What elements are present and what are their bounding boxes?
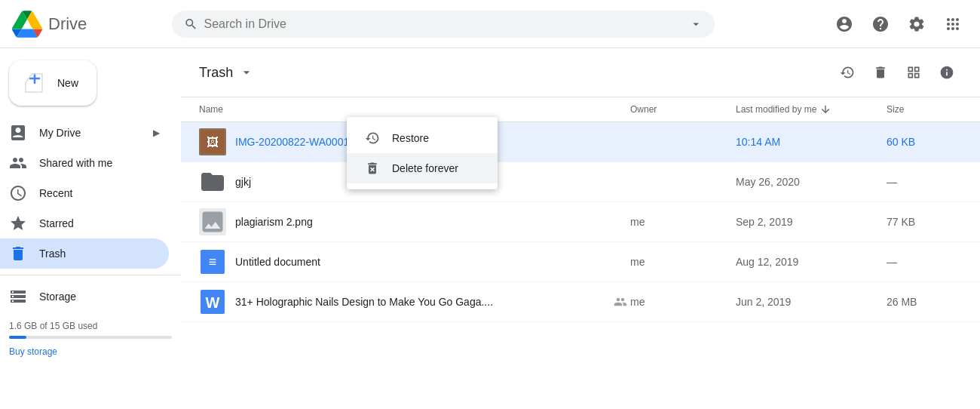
settings-icon: [908, 15, 926, 33]
new-button[interactable]: New: [9, 60, 96, 106]
restore-from-trash-button[interactable]: [832, 57, 862, 88]
sidebar-item-recent-label: Recent: [39, 187, 72, 199]
storage-bar-fill: [9, 336, 26, 339]
search-dropdown-icon[interactable]: [689, 17, 703, 32]
file-size: —: [887, 176, 962, 188]
sidebar-item-my-drive[interactable]: My Drive ▶: [0, 118, 169, 148]
file-size: 77 KB: [887, 216, 962, 228]
table-row[interactable]: W 31+ Holographic Nails Design to Make Y…: [181, 282, 980, 322]
table-row[interactable]: ≡ Untitled document me Aug 12, 2019 —: [181, 242, 980, 282]
sort-icon: [819, 103, 831, 115]
file-modified: Jun 2, 2019: [736, 296, 887, 308]
file-name: Untitled document: [235, 256, 630, 268]
search-input[interactable]: [204, 17, 682, 31]
sidebar-item-shared-label: Shared with me: [39, 157, 112, 169]
sidebar-item-starred[interactable]: Starred: [0, 208, 169, 238]
svg-text:🖼: 🖼: [207, 136, 219, 149]
new-button-icon: [21, 69, 48, 97]
restore-label: Restore: [392, 132, 429, 144]
file-modified: Aug 12, 2019: [736, 256, 887, 268]
drive-logo-icon: [12, 9, 42, 39]
file-icon-doc: ≡: [199, 248, 226, 275]
new-button-label: New: [57, 77, 78, 89]
sidebar: New My Drive ▶ Shared with me: [0, 48, 181, 409]
delete-icon: [873, 65, 888, 80]
sidebar-item-trash[interactable]: Trash: [0, 238, 169, 269]
sidebar-storage: Storage: [0, 281, 181, 312]
main-layout: New My Drive ▶ Shared with me: [0, 48, 980, 409]
table-row[interactable]: 🖼 IMG-20200822-WA0001.jp 10:14 AM 60 KB: [181, 122, 980, 162]
restore-icon: [840, 65, 855, 80]
header-actions: [829, 9, 968, 39]
search-icon: [184, 17, 198, 32]
sidebar-storage-label: Storage: [39, 291, 76, 303]
info-button[interactable]: [932, 57, 962, 88]
file-modified: 10:14 AM: [736, 136, 887, 148]
empty-trash-button[interactable]: [865, 57, 896, 88]
file-modified: May 26, 2020: [736, 176, 887, 188]
grid-view-button[interactable]: [899, 57, 929, 88]
storage-icon: [9, 288, 27, 306]
context-menu-delete-forever[interactable]: Delete forever: [347, 153, 498, 183]
content-header-actions: [832, 57, 962, 88]
content-area: Trash: [181, 48, 980, 409]
shared-with-me-icon: [9, 154, 27, 172]
svg-text:W: W: [206, 294, 220, 311]
table-row[interactable]: gjkj May 26, 2020 —: [181, 162, 980, 202]
context-menu-restore[interactable]: Restore: [347, 123, 498, 153]
column-owner: Owner: [630, 104, 736, 115]
search-bar[interactable]: [172, 11, 715, 38]
delete-forever-icon: [365, 161, 380, 176]
column-size: Size: [887, 104, 962, 115]
file-owner: me: [630, 216, 736, 228]
page-title: Trash: [199, 65, 233, 81]
app-name: Drive: [48, 14, 87, 34]
sidebar-item-trash-label: Trash: [39, 248, 66, 260]
my-drive-icon: [9, 124, 27, 142]
file-icon-folder: [199, 168, 226, 195]
account-button[interactable]: [829, 9, 859, 39]
collapse-icon: ▶: [153, 128, 160, 138]
file-list-header: Name Owner Last modified by me Size: [181, 97, 980, 122]
sidebar-item-starred-label: Starred: [39, 217, 74, 229]
apps-button[interactable]: [938, 9, 968, 39]
column-name: Name: [199, 104, 630, 115]
file-size: 60 KB: [887, 136, 962, 148]
restore-context-icon: [365, 131, 380, 146]
content-title: Trash: [199, 65, 254, 81]
buy-storage-link[interactable]: Buy storage: [9, 346, 57, 357]
file-icon-img: 🖼: [199, 128, 226, 155]
help-icon: [871, 15, 890, 33]
delete-forever-label: Delete forever: [392, 162, 458, 174]
apps-icon: [944, 15, 962, 33]
sidebar-item-my-drive-label: My Drive: [39, 127, 81, 139]
sidebar-item-shared-with-me[interactable]: Shared with me: [0, 148, 169, 178]
file-icon-doc2: W: [199, 288, 226, 315]
settings-button[interactable]: [902, 9, 932, 39]
content-header: Trash: [181, 48, 980, 97]
file-icon-png: [199, 208, 226, 235]
help-button[interactable]: [865, 9, 896, 39]
starred-icon: [9, 214, 27, 232]
file-name: plagiarism 2.png: [235, 216, 630, 228]
file-size: —: [887, 256, 962, 268]
trash-icon: [9, 244, 27, 263]
file-list: 🖼 IMG-20200822-WA0001.jp 10:14 AM 60 KB: [181, 122, 980, 409]
file-name: 31+ Holographic Nails Design to Make You…: [235, 296, 614, 308]
logo: Drive: [12, 9, 163, 39]
title-dropdown-icon[interactable]: [239, 65, 254, 80]
storage-usage: 1.6 GB of 15 GB used: [9, 321, 172, 331]
app-header: Drive: [0, 0, 980, 48]
account-icon: [835, 15, 853, 33]
table-row[interactable]: plagiarism 2.png me Sep 2, 2019 77 KB: [181, 202, 980, 242]
storage-section: 1.6 GB of 15 GB used Buy storage: [0, 312, 181, 366]
storage-bar-background: [9, 336, 172, 339]
sidebar-divider: [0, 275, 181, 275]
context-menu: Restore Delete forever: [347, 117, 498, 189]
recent-icon: [9, 184, 27, 202]
file-size: 26 MB: [887, 296, 962, 308]
shared-icon: [614, 295, 627, 309]
info-icon: [939, 65, 954, 80]
sidebar-item-recent[interactable]: Recent: [0, 178, 169, 208]
grid-icon: [906, 65, 921, 80]
